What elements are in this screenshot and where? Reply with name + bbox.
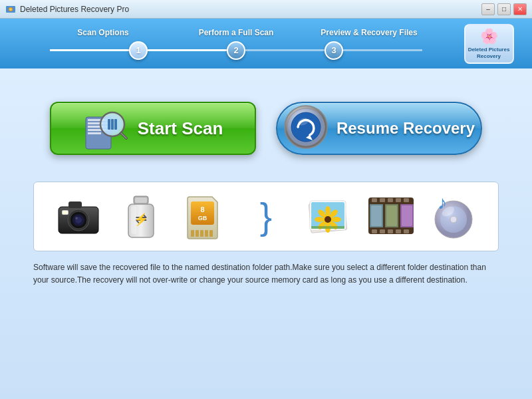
svg-text:8: 8 xyxy=(200,205,204,213)
resume-recovery-label: Resume Recovery xyxy=(336,119,475,138)
svg-rect-62 xyxy=(380,198,385,202)
window-controls: – □ ✕ xyxy=(481,3,527,15)
sd-card-icon: 8 GB xyxy=(179,192,229,241)
svg-rect-38 xyxy=(196,230,199,237)
logo-area: 🌸 Deleted Pictures Recovery xyxy=(459,22,519,65)
start-scan-button[interactable]: Start Scan xyxy=(50,102,256,155)
step-labels: Scan Options Perform a Full Scan Preview… xyxy=(50,28,422,37)
svg-rect-12 xyxy=(111,119,114,130)
step-line-2b xyxy=(245,49,325,51)
svg-rect-63 xyxy=(388,198,393,202)
svg-rect-59 xyxy=(311,226,344,229)
step-line-1a xyxy=(50,49,129,51)
step3-circle[interactable]: 3 xyxy=(325,41,343,60)
svg-rect-69 xyxy=(396,229,401,233)
svg-point-18 xyxy=(291,112,321,142)
scan-icon-wrapper xyxy=(83,105,130,152)
step2-circle[interactable]: 2 xyxy=(227,41,245,60)
svg-rect-67 xyxy=(380,229,385,233)
svg-rect-68 xyxy=(388,229,393,233)
maximize-button[interactable]: □ xyxy=(497,3,511,15)
svg-rect-70 xyxy=(404,229,409,233)
svg-rect-8 xyxy=(88,132,101,134)
svg-line-15 xyxy=(121,133,126,138)
arrow-bracket-icon: } xyxy=(241,192,291,241)
step-progress: 1 2 3 xyxy=(50,41,422,60)
svg-rect-40 xyxy=(205,230,208,237)
app-icon xyxy=(5,4,16,15)
camera-icon xyxy=(54,192,104,241)
svg-rect-41 xyxy=(209,230,213,237)
scan-icon xyxy=(84,107,128,150)
svg-rect-74 xyxy=(371,205,382,226)
step2-label: Perform a Full Scan xyxy=(183,28,289,37)
minimize-button[interactable]: – xyxy=(481,3,495,15)
svg-rect-23 xyxy=(68,201,82,208)
steps-container: Scan Options Perform a Full Scan Preview… xyxy=(13,28,459,60)
steps-bar: Scan Options Perform a Full Scan Preview… xyxy=(0,19,532,68)
description-text: Software will save the recovered file to… xyxy=(33,261,499,287)
svg-rect-13 xyxy=(114,119,117,130)
step1-circle[interactable]: 1 xyxy=(129,41,148,60)
step-line-3b xyxy=(343,49,422,51)
title-bar: Deleted Pictures Recovery Pro – □ ✕ xyxy=(0,0,532,19)
svg-point-28 xyxy=(75,217,78,219)
close-button[interactable]: ✕ xyxy=(513,3,527,15)
svg-rect-36 xyxy=(131,206,136,234)
start-scan-label: Start Scan xyxy=(138,118,223,139)
buttons-row: Start Scan xyxy=(33,102,499,155)
svg-rect-30 xyxy=(63,211,68,214)
svg-point-52 xyxy=(315,217,324,222)
svg-rect-65 xyxy=(404,198,409,202)
resume-icon-wrapper xyxy=(283,104,329,152)
usb-drive-icon: ⇌ ⚡ xyxy=(116,192,166,241)
svg-rect-76 xyxy=(402,205,412,226)
svg-rect-66 xyxy=(372,229,377,233)
app-title: Deleted Pictures Recovery Pro xyxy=(20,5,481,14)
svg-rect-39 xyxy=(200,230,203,237)
icons-panel: ⇌ ⚡ xyxy=(33,182,499,251)
step3-label: Preview & Recovery Files xyxy=(316,28,422,37)
svg-rect-61 xyxy=(372,198,377,202)
logo-image: 🌸 xyxy=(480,28,498,45)
resume-recovery-button[interactable]: Resume Recovery xyxy=(276,102,482,155)
resume-icon xyxy=(283,104,329,150)
svg-point-53 xyxy=(332,217,341,222)
step1-label: Scan Options xyxy=(50,28,156,37)
svg-rect-64 xyxy=(396,198,401,202)
svg-rect-37 xyxy=(191,230,194,237)
photo-icon xyxy=(304,192,354,241)
svg-point-2 xyxy=(10,8,12,10)
logo-text: Deleted Pictures Recovery xyxy=(466,47,513,59)
svg-rect-75 xyxy=(386,205,397,226)
svg-point-58 xyxy=(325,216,331,223)
svg-rect-32 xyxy=(135,198,147,203)
film-strip-icon xyxy=(366,192,416,241)
logo-box: 🌸 Deleted Pictures Recovery xyxy=(464,24,514,64)
svg-point-79 xyxy=(450,216,457,223)
svg-point-50 xyxy=(325,206,331,215)
main-content: Start Scan xyxy=(0,68,532,399)
svg-text:GB: GB xyxy=(198,215,207,221)
music-icon: ♪ xyxy=(429,192,479,241)
step-line-1b xyxy=(148,49,227,51)
svg-rect-11 xyxy=(108,119,110,130)
